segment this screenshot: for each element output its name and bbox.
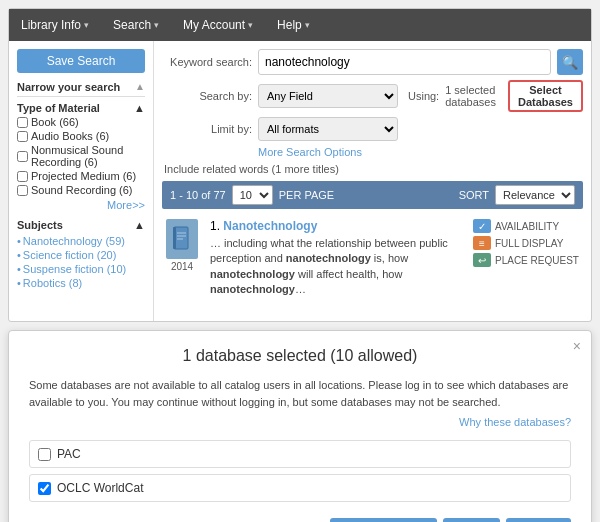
limit-by-label: Limit by: bbox=[162, 123, 252, 135]
more-search-options-link[interactable]: More Search Options bbox=[258, 146, 583, 158]
results-bar: 1 - 10 of 77 10 PER PAGE SORT Relevance bbox=[162, 181, 583, 209]
nav-my-account[interactable]: My Account ▾ bbox=[179, 12, 257, 38]
search-icon: 🔍 bbox=[562, 55, 578, 70]
result-title-link[interactable]: Nanotechnology bbox=[223, 219, 317, 233]
subject-nanotechnology[interactable]: Nanotechnology (59) bbox=[17, 235, 145, 247]
type-of-material-label: Type of Material ▲ bbox=[17, 102, 145, 114]
database-pac[interactable]: PAC bbox=[29, 440, 571, 468]
result-year: 2014 bbox=[162, 261, 202, 272]
keyword-search-row: Keyword search: 🔍 bbox=[162, 49, 583, 75]
database-oclc-worldcat-checkbox[interactable] bbox=[38, 482, 51, 495]
search-submit-button[interactable]: 🔍 bbox=[557, 49, 583, 75]
search-results-area: Keyword search: 🔍 Search by: Any Field U… bbox=[154, 41, 591, 321]
result-actions: ✓ AVAILABILITY ≡ FULL DISPLAY ↩ PLACE RE… bbox=[473, 219, 583, 298]
nav-arrow-search: ▾ bbox=[154, 20, 159, 30]
include-related: Include related words (1 more titles) bbox=[164, 163, 583, 175]
narrow-search-section[interactable]: Narrow your search ▲ bbox=[17, 81, 145, 97]
more-filters-link[interactable]: More>> bbox=[17, 199, 145, 211]
subject-science-fiction[interactable]: Science fiction (20) bbox=[17, 249, 145, 261]
results-range: 1 - 10 of 77 bbox=[170, 189, 226, 201]
place-request-icon: ↩ bbox=[473, 253, 491, 267]
search-by-label: Search by: bbox=[162, 90, 252, 102]
result-body: 1. Nanotechnology … including what the r… bbox=[210, 219, 465, 298]
filter-audio-books[interactable]: Audio Books (6) bbox=[17, 130, 145, 142]
clear-button[interactable]: Clear bbox=[443, 518, 500, 522]
per-page-label: PER PAGE bbox=[279, 189, 334, 201]
navigation-bar: Library Info ▾ Search ▾ My Account ▾ Hel… bbox=[9, 9, 591, 41]
dialog-title: 1 database selected (10 allowed) bbox=[29, 347, 571, 365]
filter-sound-recording-checkbox[interactable] bbox=[17, 185, 28, 196]
dialog-description: Some databases are not available to all … bbox=[29, 377, 571, 410]
dialog-footer: Set Databases Clear Cancel bbox=[29, 518, 571, 522]
result-item: 2014 1. Nanotechnology … including what … bbox=[162, 215, 583, 302]
limit-by-select[interactable]: All formats bbox=[258, 117, 398, 141]
dialog-close-button[interactable]: × bbox=[573, 339, 581, 353]
cancel-button[interactable]: Cancel bbox=[506, 518, 571, 522]
svg-rect-0 bbox=[174, 227, 188, 249]
search-by-select[interactable]: Any Field bbox=[258, 84, 398, 108]
filter-book[interactable]: Book (66) bbox=[17, 116, 145, 128]
sidebar: Save Search Narrow your search ▲ Type of… bbox=[9, 41, 154, 321]
keyword-search-input[interactable] bbox=[258, 49, 551, 75]
nav-search[interactable]: Search ▾ bbox=[109, 12, 163, 38]
save-search-button[interactable]: Save Search bbox=[17, 49, 145, 73]
sort-select[interactable]: Relevance bbox=[495, 185, 575, 205]
using-label: Using: bbox=[408, 90, 439, 102]
result-title: 1. Nanotechnology bbox=[210, 219, 465, 233]
database-oclc-worldcat[interactable]: OCLC WorldCat bbox=[29, 474, 571, 502]
book-svg bbox=[172, 226, 192, 252]
filter-sound-recording[interactable]: Sound Recording (6) bbox=[17, 184, 145, 196]
using-section: Using: 1 selected databases Select Datab… bbox=[408, 80, 583, 112]
place-request-button[interactable]: ↩ PLACE REQUEST bbox=[473, 253, 583, 267]
filter-book-checkbox[interactable] bbox=[17, 117, 28, 128]
svg-rect-1 bbox=[173, 227, 176, 249]
filter-nonmusical[interactable]: Nonmusical Sound Recording (6) bbox=[17, 144, 145, 168]
nav-arrow-library-info: ▾ bbox=[84, 20, 89, 30]
book-icon bbox=[166, 219, 198, 259]
subjects-section[interactable]: Subjects ▲ bbox=[17, 219, 145, 231]
nav-help[interactable]: Help ▾ bbox=[273, 12, 314, 38]
sort-label: SORT bbox=[459, 189, 489, 201]
availability-icon: ✓ bbox=[473, 219, 491, 233]
type-of-material-arrow: ▲ bbox=[134, 102, 145, 114]
nav-arrow-my-account: ▾ bbox=[248, 20, 253, 30]
result-snippet: … including what the relationship betwee… bbox=[210, 236, 465, 298]
filter-projected-medium-checkbox[interactable] bbox=[17, 171, 28, 182]
full-display-button[interactable]: ≡ FULL DISPLAY bbox=[473, 236, 583, 250]
selected-db-count: 1 selected databases bbox=[445, 84, 502, 108]
full-display-icon: ≡ bbox=[473, 236, 491, 250]
set-databases-button[interactable]: Set Databases bbox=[330, 518, 437, 522]
select-databases-dialog: × 1 database selected (10 allowed) Some … bbox=[8, 330, 592, 522]
subject-suspense-fiction[interactable]: Suspense fiction (10) bbox=[17, 263, 145, 275]
filter-nonmusical-checkbox[interactable] bbox=[17, 151, 28, 162]
per-page-select[interactable]: 10 bbox=[232, 185, 273, 205]
filter-audio-books-checkbox[interactable] bbox=[17, 131, 28, 142]
availability-button[interactable]: ✓ AVAILABILITY bbox=[473, 219, 583, 233]
subjects-arrow: ▲ bbox=[134, 219, 145, 231]
narrow-search-arrow: ▲ bbox=[135, 81, 145, 93]
nav-arrow-help: ▾ bbox=[305, 20, 310, 30]
subject-robotics[interactable]: Robotics (8) bbox=[17, 277, 145, 289]
result-thumbnail: 2014 bbox=[162, 219, 202, 298]
limit-by-row: Limit by: All formats bbox=[162, 117, 583, 141]
select-databases-button[interactable]: Select Databases bbox=[508, 80, 583, 112]
why-databases-link[interactable]: Why these databases? bbox=[29, 416, 571, 428]
keyword-label: Keyword search: bbox=[162, 56, 252, 68]
nav-library-info[interactable]: Library Info ▾ bbox=[17, 12, 93, 38]
search-by-row: Search by: Any Field Using: 1 selected d… bbox=[162, 80, 583, 112]
filter-projected-medium[interactable]: Projected Medium (6) bbox=[17, 170, 145, 182]
database-pac-checkbox[interactable] bbox=[38, 448, 51, 461]
